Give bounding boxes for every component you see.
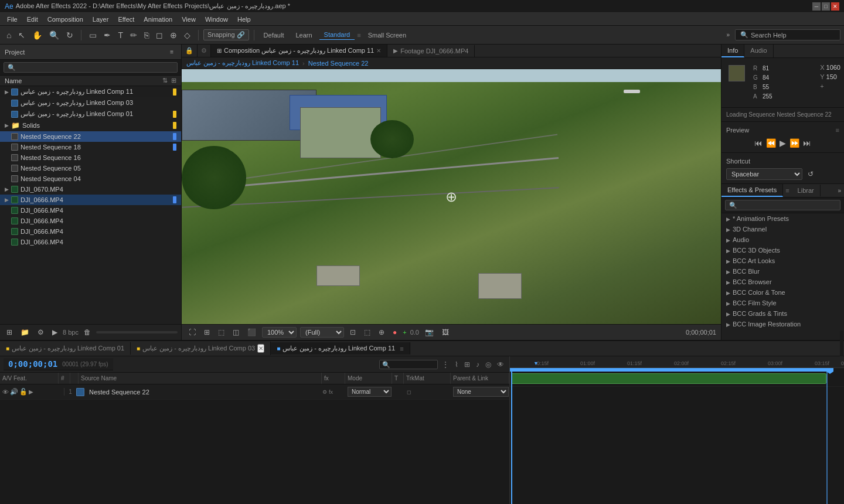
preview-last-button[interactable]: ⏭ bbox=[803, 138, 811, 148]
menu-file[interactable]: File bbox=[2, 15, 22, 24]
layer-1-audio-btn[interactable]: 🔊 bbox=[10, 388, 18, 396]
close-button[interactable]: ✕ bbox=[831, 2, 839, 11]
effects-cat-bcc3d[interactable]: BCC 3D Objects bbox=[722, 245, 844, 256]
timeline-tracks[interactable] bbox=[510, 368, 844, 504]
tl-audio-button[interactable]: ♪ bbox=[474, 360, 481, 369]
project-item-nested05[interactable]: ▶ Nested Sequence 05 bbox=[0, 163, 181, 173]
project-item-comp11[interactable]: ▶ رودبارچیره - زمین عباس Linked Comp 11 bbox=[0, 86, 181, 97]
brush-tool[interactable]: ✏ bbox=[127, 29, 140, 42]
quality-select[interactable]: (Full) (Half) (Quarter) bbox=[300, 327, 344, 338]
layer-1-mode-select[interactable]: Normal Add Multiply Screen bbox=[348, 387, 392, 397]
viewer-alpha-button[interactable]: ◫ bbox=[230, 327, 241, 338]
effects-cat-bcc-image[interactable]: BCC Image Restoration bbox=[722, 319, 844, 329]
project-settings-button[interactable]: ⚙ bbox=[35, 326, 47, 338]
project-item-dji0666-2[interactable]: ▶ DJI_0666.MP4 bbox=[0, 205, 181, 216]
timeline-tab-comp03[interactable]: ■ رودبارچیره - زمین عباس Linked Comp 03 … bbox=[131, 342, 271, 355]
timeline-playhead[interactable] bbox=[511, 368, 512, 504]
menu-window[interactable]: Window bbox=[200, 15, 233, 24]
menu-layer[interactable]: Layer bbox=[88, 15, 114, 24]
project-item-dji0666-4[interactable]: ▶ DJI_0666.MP4 bbox=[0, 226, 181, 237]
rotation-tool[interactable]: ↻ bbox=[63, 29, 76, 42]
effects-cat-bcc-color[interactable]: BCC Color & Tone bbox=[722, 287, 844, 298]
library-tab[interactable]: Librar bbox=[792, 185, 821, 196]
audio-tab[interactable]: Audio bbox=[744, 45, 773, 57]
viewer-3d-view-button[interactable]: ⊕ bbox=[376, 327, 387, 338]
effects-presets-tab[interactable]: Effects & Presets bbox=[722, 184, 783, 197]
layer-1-parent-select[interactable]: None bbox=[453, 387, 509, 397]
pen-tool[interactable]: ✒ bbox=[101, 29, 114, 42]
viewer-snapshot-button[interactable]: 📷 bbox=[423, 327, 436, 338]
snapping-button[interactable]: Snapping 🔗 bbox=[203, 29, 249, 40]
timeline-search-input[interactable] bbox=[379, 360, 438, 369]
effects-cat-3d-channel[interactable]: 3D Channel bbox=[722, 224, 844, 234]
search-help-field[interactable]: 🔍 Search Help bbox=[735, 29, 840, 40]
preview-play-button[interactable]: ▶ bbox=[780, 138, 786, 148]
viewer-tab-footage[interactable]: ▶ Footage DJI_0666.MP4 bbox=[387, 45, 475, 57]
preview-prev-button[interactable]: ⏪ bbox=[766, 138, 776, 148]
project-item-nested18[interactable]: ▶ Nested Sequence 18 bbox=[0, 142, 181, 152]
effects-expand-button[interactable]: » bbox=[835, 186, 844, 196]
expand-toolbar-button[interactable]: » bbox=[723, 30, 733, 40]
project-item-dji0666-3[interactable]: ▶ DJI_0666.MP4 bbox=[0, 216, 181, 226]
effects-search-input[interactable] bbox=[725, 200, 840, 210]
rect-tool[interactable]: ▭ bbox=[86, 29, 100, 42]
project-item-dji0666-1[interactable]: ▶ DJI_0666.MP4 bbox=[0, 195, 181, 205]
minimize-button[interactable]: ─ bbox=[812, 2, 821, 11]
viewer-fit-button[interactable]: ⊡ bbox=[348, 327, 358, 338]
menu-composition[interactable]: Composition bbox=[43, 15, 88, 24]
project-item-nested16[interactable]: ▶ Nested Sequence 16 bbox=[0, 152, 181, 163]
timeline-tab-comp01[interactable]: ■ رودبارچیره - زمین عباس Linked Comp 01 bbox=[0, 342, 131, 355]
new-comp-button[interactable]: ⊞ bbox=[4, 326, 15, 338]
shortcut-reset-button[interactable]: ↺ bbox=[805, 168, 816, 180]
layer-1-name[interactable]: Nested Sequence 22 bbox=[86, 389, 322, 396]
shape-tool[interactable]: ◇ bbox=[181, 29, 193, 42]
project-item-comp01[interactable]: ▶ رودبارچیره - زمین عباس Linked Comp 01 bbox=[0, 108, 181, 120]
puppet-tool[interactable]: ⊕ bbox=[167, 29, 180, 42]
viewer-3d-button[interactable]: ⬛ bbox=[245, 327, 258, 338]
comp11-tab-close[interactable]: ✕ bbox=[376, 47, 381, 54]
project-item-dji0666-5[interactable]: ▶ DJI_0666.MP4 bbox=[0, 237, 181, 247]
info-tab[interactable]: Info bbox=[722, 45, 744, 57]
effects-cat-animation-presets[interactable]: * Animation Presets bbox=[722, 213, 844, 224]
layer-1-collapse-btn[interactable]: ▶ bbox=[29, 389, 33, 395]
delete-button[interactable]: 🗑 bbox=[81, 326, 94, 338]
effects-cat-bcc-blur[interactable]: BCC Blur bbox=[722, 266, 844, 277]
menu-help[interactable]: Help bbox=[233, 15, 256, 24]
shortcut-select[interactable]: Spacebar Numpad 0 Enter bbox=[726, 168, 802, 180]
viewer-tab-comp11[interactable]: ⊞ Composition رودبارچیره - زمین عباس Lin… bbox=[211, 45, 387, 57]
tl-columns-button[interactable]: ⊞ bbox=[462, 360, 472, 369]
preview-next-button[interactable]: ⏩ bbox=[789, 138, 799, 148]
menu-animation[interactable]: Animation bbox=[139, 15, 177, 24]
workspace-learn[interactable]: Learn bbox=[291, 30, 316, 40]
effects-cat-bcc-art[interactable]: BCC Art Looks bbox=[722, 256, 844, 266]
text-tool[interactable]: T bbox=[115, 29, 126, 42]
viewer-safe-zones-button[interactable]: ⬚ bbox=[362, 327, 373, 338]
timeline-tab-comp11[interactable]: ■ رودبارچیره - زمین عباس Linked Comp 11 … bbox=[271, 342, 410, 355]
maximize-button[interactable]: □ bbox=[822, 2, 830, 11]
project-item-comp03[interactable]: ▶ رودبارچیره - زمین عباس Linked Comp 03 bbox=[0, 97, 181, 108]
layer-1-switch-btn[interactable]: ⚙ bbox=[322, 389, 328, 395]
workspace-standard[interactable]: Standard bbox=[319, 30, 355, 40]
project-item-dji0670[interactable]: ▶ DJI_0670.MP4 bbox=[0, 184, 181, 195]
clone-tool[interactable]: ⎘ bbox=[141, 29, 152, 42]
viewer-canvas[interactable]: ⊕ bbox=[182, 69, 721, 324]
effects-cat-audio[interactable]: Audio bbox=[722, 234, 844, 245]
layer-1-lock-btn[interactable]: 🔓 bbox=[19, 388, 28, 396]
menu-effect[interactable]: Effect bbox=[113, 15, 139, 24]
project-item-nested22[interactable]: ▶ Nested Sequence 22 bbox=[0, 131, 181, 142]
menu-edit[interactable]: Edit bbox=[22, 15, 43, 24]
viewer-overlay-button[interactable]: ⬚ bbox=[216, 327, 227, 338]
new-folder-button[interactable]: 📁 bbox=[18, 326, 32, 338]
preview-first-button[interactable]: ⏮ bbox=[754, 138, 763, 148]
tl-shy-button[interactable]: 👁 bbox=[495, 360, 506, 369]
effects-cat-bcc-grads[interactable]: BCC Grads & Tints bbox=[722, 308, 844, 319]
workspace-small-screen[interactable]: Small Screen bbox=[363, 30, 411, 40]
project-item-nested04[interactable]: ▶ Nested Sequence 04 bbox=[0, 173, 181, 184]
project-item-solids[interactable]: ▶ 📁 Solids bbox=[0, 120, 181, 131]
breadcrumb-comp[interactable]: رودبارچیره - زمین عباس Linked Comp 11 bbox=[186, 59, 299, 67]
selection-tool[interactable]: ↖ bbox=[15, 29, 28, 42]
eraser-tool[interactable]: ◻ bbox=[153, 29, 166, 42]
tl-graph-editor-button[interactable]: ⌇ bbox=[453, 360, 460, 369]
zoom-select[interactable]: 100% 50% 25% Fit bbox=[262, 327, 297, 338]
track-clip-1[interactable] bbox=[511, 373, 826, 384]
